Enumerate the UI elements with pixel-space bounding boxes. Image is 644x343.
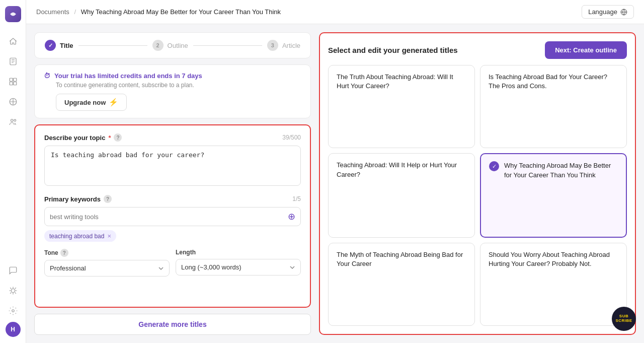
titles-heading: Select and edit your generated titles (328, 46, 458, 54)
step-line-2 (193, 45, 262, 46)
topic-label-row: Describe your topic * ? 39/500 (44, 133, 301, 142)
stepper: ✓ Title 2 Outline 3 Article (34, 32, 311, 58)
subscribe-badge[interactable]: SUBSCRIBE (612, 307, 636, 331)
title-card-3[interactable]: Teaching Abroad: Will It Help or Hurt Yo… (328, 153, 475, 237)
svg-point-7 (14, 119, 16, 121)
left-panel: ✓ Title 2 Outline 3 Article ⏱ Your t (34, 32, 311, 335)
svg-point-8 (11, 289, 15, 293)
titles-panel: Select and edit your generated titles Ne… (319, 32, 636, 335)
main-content: Documents / Why Teaching Abroad May Be B… (26, 0, 644, 343)
sidebar-item-home[interactable] (4, 32, 22, 50)
tone-column: Tone ? Professional Casual Formal Friend… (44, 249, 170, 277)
language-label: Language (588, 8, 617, 16)
title-text-6: Should You Worry About Teaching Abroad H… (489, 250, 618, 268)
selected-check-icon: ✓ (489, 161, 499, 171)
title-text-3: Teaching Abroad: Will It Help or Hurt Yo… (337, 161, 466, 179)
step1-label: Title (60, 42, 73, 49)
svg-rect-1 (10, 78, 13, 81)
trial-icon: ⏱ (44, 72, 50, 80)
title-text-5: The Myth of Teaching Abroad Being Bad fo… (337, 250, 466, 268)
svg-point-6 (11, 119, 13, 122)
svg-point-9 (12, 310, 14, 312)
create-outline-button[interactable]: Next: Create outline (545, 41, 627, 59)
step-outline: 2 Outline (152, 40, 188, 51)
user-avatar[interactable]: H (6, 322, 21, 337)
topic-textarea[interactable]: Is teaching abroad bad for your career? (44, 146, 301, 186)
tone-length-row: Tone ? Professional Casual Formal Friend… (44, 249, 301, 277)
step3-label: Article (282, 42, 300, 49)
step2-label: Outline (168, 42, 188, 49)
breadcrumb-current: Why Teaching Abroad May Be Better for Yo… (81, 8, 281, 16)
sidebar-item-templates[interactable] (4, 73, 22, 91)
keywords-section: Primary keywords ? 1/5 ⊕ teaching abroad… (44, 195, 301, 242)
breadcrumb: Documents / Why Teaching Abroad May Be B… (36, 8, 281, 16)
sub-badge-text: SUBSCRIBE (615, 314, 632, 323)
length-label: Length (176, 249, 301, 256)
tone-select[interactable]: Professional Casual Formal Friendly Info… (44, 260, 170, 277)
breadcrumb-separator: / (74, 8, 76, 16)
trial-banner: ⏱ Your trial has limited credits and end… (34, 64, 311, 118)
keywords-label-row: Primary keywords ? 1/5 (44, 195, 301, 203)
title-text-1: The Truth About Teaching Abroad: Will It… (337, 73, 466, 91)
content-area: ✓ Title 2 Outline 3 Article ⏱ Your t (26, 24, 644, 343)
breadcrumb-root[interactable]: Documents (36, 8, 69, 16)
keywords-input-row: ⊕ (44, 207, 301, 226)
titles-header: Select and edit your generated titles Ne… (328, 41, 627, 59)
trial-heading: Your trial has limited credits and ends … (54, 72, 202, 80)
tag-text: teaching abroad bad (49, 233, 104, 240)
title-card-2[interactable]: Is Teaching Abroad Bad for Your Career? … (480, 65, 627, 148)
sidebar-item-documents[interactable] (4, 52, 22, 71)
keywords-help-icon[interactable]: ? (104, 195, 112, 203)
tone-label: Tone ? (44, 249, 170, 257)
step-line-1 (78, 45, 147, 46)
upgrade-button[interactable]: Upgrade now ⚡ (56, 94, 127, 111)
keywords-count: 1/5 (292, 195, 301, 202)
trial-header: ⏱ Your trial has limited credits and end… (44, 72, 301, 80)
svg-rect-4 (13, 82, 16, 85)
svg-rect-2 (13, 78, 16, 81)
form-panel: Describe your topic * ? 39/500 Is teachi… (34, 124, 311, 308)
language-button[interactable]: Language (582, 5, 634, 19)
keywords-input[interactable] (50, 213, 284, 221)
title-text-4: Why Teaching Abroad May Be Better for Yo… (504, 161, 618, 179)
sidebar: H (0, 0, 26, 343)
length-select[interactable]: Short (~500 words) Medium (~1,500 words)… (176, 259, 301, 276)
sidebar-item-settings[interactable] (4, 302, 22, 320)
app-logo[interactable] (5, 6, 21, 22)
svg-rect-3 (10, 82, 13, 85)
remove-keyword-button[interactable]: × (107, 232, 111, 240)
sidebar-item-brand[interactable] (4, 93, 22, 111)
sidebar-item-team[interactable] (4, 113, 22, 131)
keywords-label: Primary keywords (44, 195, 101, 203)
upgrade-label: Upgrade now (64, 99, 106, 106)
title-card-6[interactable]: Should You Worry About Teaching Abroad H… (480, 243, 627, 326)
length-column: Length Short (~500 words) Medium (~1,500… (176, 249, 301, 277)
svg-rect-0 (10, 58, 16, 65)
keyword-tag: teaching abroad bad × (44, 230, 116, 242)
title-card-1[interactable]: The Truth About Teaching Abroad: Will It… (328, 65, 475, 148)
add-keyword-button[interactable]: ⊕ (288, 211, 295, 222)
step3-circle: 3 (267, 40, 278, 51)
sidebar-item-settings-refresh[interactable] (4, 282, 22, 300)
topic-required: * (108, 134, 111, 142)
trial-subtext: To continue generating content, subscrib… (56, 82, 301, 89)
step1-circle: ✓ (45, 40, 56, 51)
translate-icon (620, 9, 627, 16)
step-article: 3 Article (267, 40, 300, 51)
topic-help-icon[interactable]: ? (114, 133, 122, 142)
tone-help-icon[interactable]: ? (60, 249, 68, 257)
topbar: Documents / Why Teaching Abroad May Be B… (26, 0, 644, 24)
topic-label: Describe your topic (44, 134, 105, 142)
keywords-tags: teaching abroad bad × (44, 230, 301, 242)
title-card-5[interactable]: The Myth of Teaching Abroad Being Bad fo… (328, 243, 475, 326)
step2-circle: 2 (152, 40, 164, 51)
topic-char-count: 39/500 (282, 134, 301, 141)
sidebar-item-chat[interactable] (4, 261, 22, 280)
titles-grid: The Truth About Teaching Abroad: Will It… (328, 65, 627, 326)
step-title: ✓ Title (45, 40, 73, 51)
generate-more-titles-button[interactable]: Generate more titles (34, 314, 311, 335)
title-card-4[interactable]: ✓ Why Teaching Abroad May Be Better for … (480, 153, 627, 237)
title-text-2: Is Teaching Abroad Bad for Your Career? … (489, 73, 618, 91)
bolt-icon: ⚡ (109, 98, 118, 107)
